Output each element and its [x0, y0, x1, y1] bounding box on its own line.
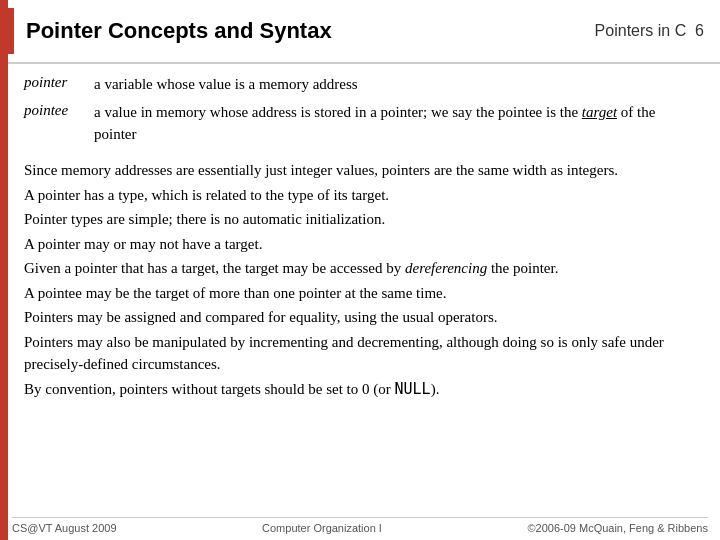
footer-right: ©2006-09 McQuain, Feng & Ribbens	[527, 522, 708, 534]
bullet-6: A pointee may be the target of more than…	[24, 282, 700, 305]
bullet-5: Given a pointer that has a target, the t…	[24, 257, 700, 280]
slide-footer: CS@VT August 2009 Computer Organization …	[12, 517, 708, 534]
definition-pointer: pointer a variable whose value is a memo…	[24, 74, 700, 96]
subtitle-label: Pointers in C	[595, 22, 687, 39]
bullet-9: By convention, pointers without targets …	[24, 378, 700, 401]
definitions-section: pointer a variable whose value is a memo…	[24, 74, 700, 145]
term-pointer: pointer	[24, 74, 94, 91]
bullet-2: A pointer has a type, which is related t…	[24, 184, 700, 207]
desc-pointee: a value in memory whose address is store…	[94, 102, 700, 146]
slide: Pointer Concepts and Syntax Pointers in …	[0, 0, 720, 540]
target-word: target	[582, 104, 617, 120]
slide-header: Pointer Concepts and Syntax Pointers in …	[0, 0, 720, 64]
pointee-text-before: a value in memory whose address is store…	[94, 104, 582, 120]
slide-subtitle: Pointers in C 6	[595, 22, 704, 40]
footer-left: CS@VT August 2009	[12, 522, 117, 534]
bullets-section: Since memory addresses are essentially j…	[24, 159, 700, 400]
bullet-3: Pointer types are simple; there is no au…	[24, 208, 700, 231]
term-pointee: pointee	[24, 102, 94, 119]
left-accent-bar	[0, 0, 8, 540]
slide-content: pointer a variable whose value is a memo…	[0, 74, 720, 400]
slide-number: 6	[695, 22, 704, 39]
footer-center: Computer Organization I	[262, 522, 382, 534]
definition-pointee: pointee a value in memory whose address …	[24, 102, 700, 146]
bullet-8: Pointers may also be manipulated by incr…	[24, 331, 700, 376]
bullet-7: Pointers may be assigned and compared fo…	[24, 306, 700, 329]
desc-pointer: a variable whose value is a memory addre…	[94, 74, 700, 96]
slide-title: Pointer Concepts and Syntax	[26, 18, 595, 44]
bullet-4: A pointer may or may not have a target.	[24, 233, 700, 256]
bullet-1: Since memory addresses are essentially j…	[24, 159, 700, 182]
